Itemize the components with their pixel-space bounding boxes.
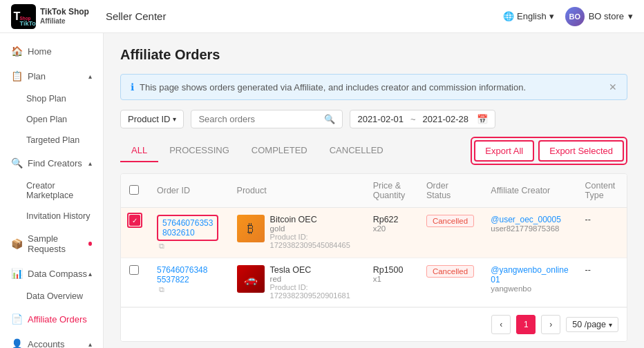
col-checkbox — [121, 174, 149, 208]
copy-icon[interactable]: ⧉ — [159, 242, 164, 250]
info-banner-text: This page shows orders generated via Aff… — [140, 82, 526, 93]
main-content: Affiliate Orders ℹ This page shows order… — [104, 33, 644, 348]
product-thumbnail: ₿ — [237, 215, 265, 242]
chevron-up-icon: ▴ — [88, 340, 92, 348]
product-variant: gold — [270, 224, 357, 233]
sidebar-item-data-overview[interactable]: Data Overview — [0, 286, 103, 307]
row-checkbox-cell — [121, 258, 149, 307]
price: Rp1500 — [373, 265, 410, 275]
sidebar-group-plan-header[interactable]: 📋 Plan ▴ — [0, 64, 103, 88]
language-selector[interactable]: 🌐 English ▾ — [503, 11, 554, 21]
export-buttons: Export All Export Selected — [471, 137, 627, 165]
search-input[interactable] — [198, 114, 320, 124]
affiliate-creator-cell: @user_oec_00005 user821779875368 — [482, 208, 576, 258]
topbar-right: 🌐 English ▾ BO BO store ▾ — [503, 7, 633, 26]
affiliate-creator-name: @user_oec_00005 — [491, 215, 568, 224]
tab-all[interactable]: ALL — [120, 139, 158, 162]
language-label: English — [517, 11, 547, 21]
notification-badge — [88, 242, 92, 246]
per-page-select[interactable]: 50 /page ▾ — [566, 317, 618, 332]
next-page-button[interactable]: › — [541, 315, 560, 334]
sidebar-item-affiliate-orders[interactable]: 📄 Affiliate Orders — [0, 307, 103, 331]
home-icon: 🏠 — [11, 46, 22, 57]
sidebar-group-find-creators-header[interactable]: 🔍 Find Creators ▴ — [0, 151, 103, 175]
date-range-picker[interactable]: 2021-02-01 ~ 2021-02-28 📅 — [350, 110, 495, 128]
sidebar-item-open-plan[interactable]: Open Plan — [0, 109, 103, 130]
product-id-filter[interactable]: Product ID ▾ — [120, 110, 184, 128]
layout: 🏠 Home 📋 Plan ▴ Shop Plan Open Plan Targ… — [0, 33, 644, 348]
tab-cancelled[interactable]: CANCELLED — [319, 139, 395, 162]
page-title: Affiliate Orders — [120, 47, 627, 63]
product-cell: ₿ Bitcoin OEC gold Product ID: 172938230… — [229, 208, 365, 258]
export-selected-button[interactable]: Export Selected — [538, 140, 624, 162]
row-checkbox-checked[interactable]: ✓ — [129, 215, 140, 226]
orders-table: Order ID Product Price & Quantity Order … — [120, 173, 627, 342]
content-type-value: -- — [585, 265, 591, 275]
affiliate-creator-name2: 01 — [491, 275, 568, 284]
sidebar-item-label: Plan — [28, 71, 46, 81]
search-icon: 🔍 — [324, 114, 335, 124]
export-buttons-group: Export All Export Selected — [471, 137, 627, 165]
page-1-button[interactable]: 1 — [516, 315, 536, 334]
sidebar-item-sample-requests[interactable]: 📦 Sample Requests — [0, 226, 103, 261]
find-creators-icon: 🔍 — [11, 157, 22, 168]
per-page-chevron-icon: ▾ — [609, 321, 612, 329]
col-product: Product — [229, 174, 365, 208]
filters-row: Product ID ▾ 🔍 2021-02-01 ~ 2021-02-28 📅 — [120, 110, 627, 128]
sidebar-item-shop-plan[interactable]: Shop Plan — [0, 88, 103, 109]
sidebar-group-accounts-header[interactable]: 👤 Accounts ▴ — [0, 331, 103, 348]
product-id: Product ID: 1729382309545084465 — [270, 233, 357, 249]
content-type-cell: -- — [577, 208, 627, 258]
plan-icon: 📋 — [11, 70, 22, 81]
status-cell: Cancelled — [418, 208, 482, 258]
logo-subtitle: Affiliate — [40, 17, 89, 26]
quantity: x1 — [373, 275, 410, 283]
sidebar-item-targeted-plan[interactable]: Targeted Plan — [0, 130, 103, 151]
sidebar-item-home[interactable]: 🏠 Home — [0, 39, 103, 64]
col-content-type: Content Type — [577, 174, 627, 208]
col-affiliate-creator: Affiliate Creator — [482, 174, 576, 208]
user-menu[interactable]: BO BO store ▾ — [565, 7, 633, 26]
prev-page-button[interactable]: ‹ — [491, 315, 511, 334]
date-from: 2021-02-01 — [357, 114, 404, 124]
product-thumbnail: 🚗 — [237, 265, 265, 293]
svg-text:Shop: Shop — [20, 16, 31, 21]
tab-processing[interactable]: PROCESSING — [158, 139, 240, 162]
price-quantity-cell: Rp622 x20 — [365, 208, 418, 258]
date-separator: ~ — [410, 114, 416, 124]
col-price-quantity: Price & Quantity — [365, 174, 418, 208]
product-name: Tesla OEC — [270, 265, 357, 275]
order-id-link[interactable]: 57646076348 — [157, 265, 220, 275]
tab-completed[interactable]: COMPLETED — [240, 139, 319, 162]
affiliate-creator-cell: @yangwenbo_online 01 yangwenbo — [482, 258, 576, 307]
user-name: BO store — [589, 11, 624, 21]
copy-icon[interactable]: ⧉ — [159, 285, 164, 293]
avatar: BO — [565, 7, 585, 26]
date-to: 2021-02-28 — [423, 114, 469, 124]
sidebar-item-label: Accounts — [28, 339, 64, 349]
data-compass-icon: 📊 — [11, 268, 22, 279]
select-all-checkbox[interactable] — [129, 185, 139, 195]
sidebar-item-label: Sample Requests — [28, 233, 82, 254]
user-chevron-icon: ▾ — [628, 11, 633, 21]
status-cell: Cancelled — [418, 258, 482, 307]
sidebar-group-data-compass-header[interactable]: 📊 Data Compass ▴ — [0, 261, 103, 286]
order-id-link[interactable]: 57646076353 — [162, 218, 213, 228]
sidebar-item-invitation-history[interactable]: Invitation History — [0, 206, 103, 226]
filter-chevron-icon: ▾ — [173, 115, 176, 123]
status-badge: Cancelled — [426, 215, 474, 227]
row-checkbox-cell: ✓ — [121, 208, 149, 258]
status-badge: Cancelled — [426, 265, 474, 278]
export-all-button[interactable]: Export All — [474, 140, 534, 162]
sidebar-group-plan: 📋 Plan ▴ Shop Plan Open Plan Targeted Pl… — [0, 64, 103, 151]
row-checkbox[interactable] — [129, 265, 139, 275]
price: Rp622 — [373, 215, 410, 224]
info-icon: ℹ — [131, 81, 134, 93]
order-id-link2[interactable]: 5537822 — [157, 275, 220, 284]
sidebar-item-creator-marketplace[interactable]: Creator Marketplace — [0, 175, 103, 206]
close-icon[interactable]: ✕ — [609, 81, 617, 93]
info-banner: ℹ This page shows orders generated via A… — [120, 74, 627, 100]
order-id-link2[interactable]: 8032610 — [162, 228, 213, 238]
tabs-export-row: ALL PROCESSING COMPLETED CANCELLED Expor… — [120, 137, 627, 165]
content-type-value: -- — [585, 215, 591, 224]
